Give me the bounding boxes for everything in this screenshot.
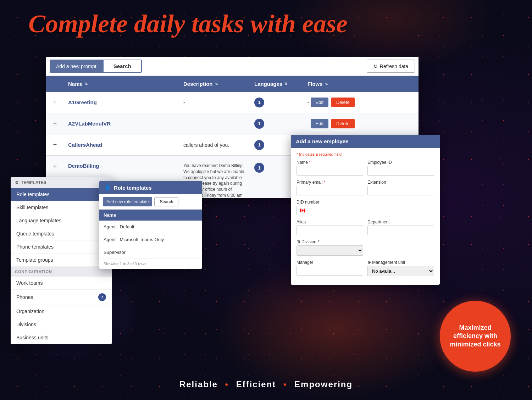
- email-label: Primary email *: [297, 180, 363, 185]
- table-header: Name ⇅ Description ⇅ Languages ⇅ Flows ⇅: [46, 76, 419, 92]
- row-flow-val-2: -: [307, 121, 309, 127]
- role-search-button[interactable]: Search: [154, 197, 178, 206]
- sort-icon-name: ⇅: [85, 82, 88, 86]
- sidebar-item-organization[interactable]: Organization: [11, 305, 112, 318]
- edit-button-1[interactable]: Edit: [311, 98, 328, 107]
- department-input[interactable]: [367, 226, 434, 235]
- row-desc-2: -: [179, 117, 250, 131]
- sidebar-item-queue-templates[interactable]: Queue templates: [11, 227, 112, 240]
- main-toolbar: Add a new prompt Search ↻ Refresh data: [46, 57, 419, 76]
- name-input[interactable]: [297, 166, 363, 176]
- sidebar-item-divisions[interactable]: Divisions: [11, 318, 112, 331]
- tagline-dot2: •: [283, 379, 287, 389]
- sidebar-item-phones[interactable]: Phones 7: [11, 290, 112, 305]
- role-icon: 👤: [104, 184, 111, 191]
- th-description[interactable]: Description ⇅: [179, 76, 250, 92]
- did-input[interactable]: 🇨🇦 ·: [297, 206, 363, 215]
- role-showing-count: Showing 1 to 3 of 3 rows: [99, 259, 202, 269]
- sidebar-item-work-teams[interactable]: Work teams: [11, 277, 112, 290]
- mgmt-icon: ⊕: [367, 260, 371, 265]
- row-desc-1: -: [179, 95, 250, 110]
- lang-badge-1: 1: [254, 98, 264, 107]
- role-name-header: Name: [99, 210, 202, 221]
- row-expand-1[interactable]: +: [46, 94, 64, 110]
- row-expand-3[interactable]: +: [46, 137, 64, 153]
- email-field: Primary email *: [297, 180, 363, 195]
- row-expand-4[interactable]: +: [46, 159, 64, 174]
- role-templates-panel: 👤 Role templates Add new role template S…: [99, 181, 202, 269]
- table-row: + A1Greeting - 1 - Edit Delete: [46, 92, 419, 113]
- row-lang-1: 1: [250, 93, 303, 112]
- role-item-agent-teams[interactable]: Agent - Microsoft Teams Only: [99, 233, 202, 246]
- sort-icon-lang: ⇅: [284, 82, 287, 86]
- employee-id-label: Employee ID: [367, 160, 434, 165]
- tagline-word2: Efficient: [236, 379, 276, 389]
- search-button[interactable]: Search: [103, 60, 142, 73]
- th-languages[interactable]: Languages ⇅: [250, 76, 303, 92]
- employee-id-input[interactable]: [367, 166, 434, 176]
- sidebar-item-skill-templates[interactable]: Skill templates: [11, 201, 112, 214]
- division-select[interactable]: [297, 245, 363, 256]
- alias-label: Alias: [297, 220, 363, 224]
- role-toolbar: Add new role template Search: [99, 194, 202, 210]
- flag-separator: ·: [307, 208, 308, 213]
- division-icon: ⊞: [297, 239, 300, 244]
- required-note: * Indicates a required field: [297, 152, 434, 156]
- alias-field: Alias: [297, 220, 363, 235]
- sort-icon-desc: ⇅: [215, 82, 218, 86]
- lang-badge-4: 1: [254, 163, 264, 173]
- row-actions-1: - Edit Delete: [307, 98, 414, 107]
- row-name-4: DemoBilling: [64, 159, 179, 173]
- row-flows-1: - Edit Delete: [303, 93, 419, 111]
- tagline: Reliable • Efficient • Empowering: [0, 379, 532, 389]
- edit-button-2[interactable]: Edit: [311, 119, 328, 128]
- refresh-icon: ↻: [373, 63, 378, 69]
- sidebar-item-phone-templates[interactable]: Phone templates: [11, 240, 112, 254]
- extension-field: Extension: [367, 180, 434, 195]
- form-row-division: ⊞ Division *: [297, 239, 434, 256]
- cta-circle: Maximized efficiency with minimized clic…: [440, 301, 511, 372]
- sidebar-templates-header: ⚙ TEMPLATES: [11, 177, 112, 188]
- sidebar-item-language-templates[interactable]: Language templates: [11, 214, 112, 227]
- extension-input[interactable]: [367, 186, 434, 195]
- extension-label: Extension: [367, 180, 434, 185]
- row-name-1: A1Greeting: [64, 95, 179, 110]
- form-row-alias-dept: Alias Department: [297, 220, 434, 235]
- employee-form-header: Add a new employee: [291, 135, 440, 148]
- employee-form-panel: Add a new employee * Indicates a require…: [291, 135, 440, 285]
- add-prompt-button[interactable]: Add a new prompt: [50, 60, 103, 73]
- row-actions-2: - Edit Delete: [307, 119, 414, 128]
- alias-input[interactable]: [297, 226, 363, 235]
- division-label: ⊞ Division *: [297, 239, 363, 244]
- name-label: Name *: [297, 160, 363, 165]
- sidebar-item-role-templates[interactable]: Role templates: [11, 188, 112, 201]
- sidebar-item-business-units[interactable]: Business units: [11, 331, 112, 344]
- th-flows[interactable]: Flows ⇅: [303, 76, 419, 92]
- management-unit-select[interactable]: No availa...: [367, 266, 434, 276]
- tagline-word1: Reliable: [179, 379, 218, 389]
- add-role-template-button[interactable]: Add new role template: [103, 197, 152, 206]
- division-field: ⊞ Division *: [297, 239, 363, 256]
- manager-input[interactable]: [297, 266, 363, 276]
- phones-badge: 7: [98, 293, 106, 301]
- employee-form-body: * Indicates a required field Name * Empl…: [291, 148, 440, 285]
- tagline-dot1: •: [225, 379, 229, 389]
- row-name-3: CallersAhead: [64, 138, 179, 152]
- email-input[interactable]: [297, 186, 363, 195]
- sidebar-config-section: CONFIGURATION: [11, 267, 112, 277]
- delete-button-2[interactable]: Delete: [331, 119, 355, 128]
- name-field: Name *: [297, 160, 363, 176]
- sidebar-panel: ⚙ TEMPLATES Role templates Skill templat…: [11, 177, 112, 344]
- th-name[interactable]: Name ⇅: [64, 76, 179, 92]
- th-empty: [46, 76, 64, 92]
- employee-id-field: Employee ID: [367, 160, 434, 176]
- refresh-button[interactable]: ↻ Refresh data: [367, 60, 415, 73]
- row-lang-2: 1: [250, 115, 303, 133]
- form-row-manager-mgmt: Manager ⊕ Management unit No availa...: [297, 260, 434, 276]
- page-title: Complete daily tasks with ease: [28, 10, 504, 38]
- delete-button-1[interactable]: Delete: [331, 98, 355, 107]
- sidebar-item-template-groups[interactable]: Template groups: [11, 254, 112, 267]
- role-item-supervisor[interactable]: Supervisor: [99, 246, 202, 259]
- row-expand-2[interactable]: +: [46, 116, 64, 132]
- role-item-agent-default[interactable]: Agent - Default: [99, 221, 202, 233]
